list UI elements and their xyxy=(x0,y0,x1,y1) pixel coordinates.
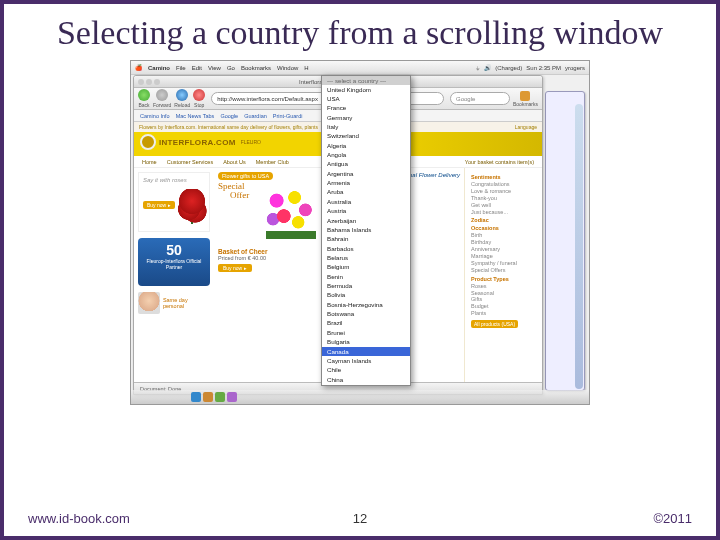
bookmark-item[interactable]: Google xyxy=(220,113,238,119)
sidebar-link[interactable]: Birth xyxy=(471,232,536,239)
forward-label: Forward xyxy=(153,102,171,108)
dropdown-option[interactable]: Cayman Islands xyxy=(322,356,410,365)
dropdown-option[interactable]: China xyxy=(322,375,410,384)
basket-status[interactable]: Your basket contains item(s) xyxy=(465,159,534,165)
forward-button[interactable]: Forward xyxy=(153,89,171,108)
dropdown-option[interactable]: Antigua xyxy=(322,160,410,169)
dropdown-option[interactable]: Barbados xyxy=(322,244,410,253)
menu-file[interactable]: File xyxy=(176,65,186,71)
bookmark-item[interactable]: Print-Guardi xyxy=(273,113,303,119)
dropdown-option[interactable]: France xyxy=(322,104,410,113)
dropdown-option[interactable]: Belgium xyxy=(322,263,410,272)
nav-about[interactable]: About Us xyxy=(223,159,246,165)
dropdown-option[interactable]: Bahrain xyxy=(322,235,410,244)
sidebar-link[interactable]: Love & romance xyxy=(471,188,536,195)
copyright: ©2011 xyxy=(654,511,693,526)
zoom-icon[interactable] xyxy=(154,79,160,85)
dropdown-option[interactable]: Bolivia xyxy=(322,291,410,300)
dropdown-option[interactable]: Germany xyxy=(322,113,410,122)
dropdown-option[interactable]: Bermuda xyxy=(322,282,410,291)
sidebar-link[interactable]: Sympathy / funeral xyxy=(471,260,536,267)
dropdown-option[interactable]: Bosnia-Herzegovina xyxy=(322,300,410,309)
sidebar-link[interactable]: Anniversary xyxy=(471,246,536,253)
flower-gifts-pill[interactable]: Flower gifts to USA xyxy=(218,172,273,180)
stop-label: Stop xyxy=(194,102,204,108)
apple-menu-icon[interactable]: 🍎 xyxy=(135,64,142,71)
buy-now-button[interactable]: Buy now ▸ xyxy=(218,264,252,272)
sidebar-link[interactable]: Marriage xyxy=(471,253,536,260)
dropdown-option[interactable]: Italy xyxy=(322,122,410,131)
sidebar-link[interactable]: Birthday xyxy=(471,239,536,246)
user-name[interactable]: yrogers xyxy=(565,65,585,71)
dropdown-option[interactable]: Bulgaria xyxy=(322,338,410,347)
dock-icon[interactable] xyxy=(203,392,213,402)
reload-label: Reload xyxy=(174,102,190,108)
dropdown-option[interactable]: Brazil xyxy=(322,319,410,328)
dropdown-option[interactable]: Algeria xyxy=(322,141,410,150)
dropdown-option[interactable]: Chile xyxy=(322,366,410,375)
sidebar-link[interactable]: Special Offers xyxy=(471,267,536,274)
nav-member-club[interactable]: Member Club xyxy=(256,159,289,165)
dropdown-option[interactable]: Bahama Islands xyxy=(322,225,410,234)
menu-edit[interactable]: Edit xyxy=(192,65,202,71)
language-link[interactable]: Language xyxy=(515,122,537,132)
dropdown-option[interactable]: Benin xyxy=(322,272,410,281)
dropdown-option[interactable]: Switzerland xyxy=(322,132,410,141)
sidebar-link[interactable]: Gifts xyxy=(471,296,536,303)
reload-button[interactable]: Reload xyxy=(174,89,190,108)
sidebar-link[interactable]: Seasonal xyxy=(471,290,536,297)
wifi-icon[interactable]: ⏚ xyxy=(476,65,480,71)
sidebar-link[interactable]: Congratulations xyxy=(471,181,536,188)
same-day-promo[interactable]: Same day personal xyxy=(138,292,210,314)
bookmark-item[interactable]: Camino Info xyxy=(140,113,170,119)
sidebar-link[interactable]: Just because... xyxy=(471,209,536,216)
right-sidebar: Sentiments Congratulations Love & romanc… xyxy=(464,168,542,392)
dropdown-option[interactable]: USA xyxy=(322,94,410,103)
bookmark-item[interactable]: Mac News Tabs xyxy=(176,113,215,119)
dock-icon[interactable] xyxy=(215,392,225,402)
dock[interactable] xyxy=(131,390,589,404)
sidebar-link[interactable]: Roses xyxy=(471,283,536,290)
buy-now-button[interactable]: Buy now ▸ xyxy=(143,201,175,209)
dropdown-option[interactable]: Austria xyxy=(322,207,410,216)
badge-number: 50 xyxy=(142,242,206,258)
dropdown-option[interactable]: Belarus xyxy=(322,253,410,262)
bookmarks-label: Bookmarks xyxy=(513,101,538,107)
country-select-dropdown[interactable]: --- select a country --- United KingdomU… xyxy=(321,75,411,386)
stop-button[interactable]: Stop xyxy=(193,89,205,108)
dropdown-option[interactable]: Angola xyxy=(322,151,410,160)
tagline: Flowers by Interflora.com. International… xyxy=(139,122,318,132)
sidebar-link[interactable]: Thank-you xyxy=(471,195,536,202)
dropdown-option[interactable]: Aruba xyxy=(322,188,410,197)
menu-help[interactable]: H xyxy=(304,65,308,71)
sidebar-link[interactable]: Budget xyxy=(471,303,536,310)
nav-customer-services[interactable]: Customer Services xyxy=(167,159,213,165)
minimize-icon[interactable] xyxy=(146,79,152,85)
dropdown-option[interactable]: Azerbaijan xyxy=(322,216,410,225)
dropdown-option[interactable]: Canada xyxy=(322,347,410,356)
menu-window[interactable]: Window xyxy=(277,65,298,71)
dropdown-option[interactable]: Armenia xyxy=(322,179,410,188)
dropdown-option[interactable]: Argentina xyxy=(322,169,410,178)
volume-icon[interactable]: 🔊 xyxy=(484,64,491,71)
sidebar-link[interactable]: Plants xyxy=(471,310,536,317)
scrollbar[interactable] xyxy=(575,104,583,389)
dropdown-option[interactable]: United Kingdom xyxy=(322,85,410,94)
dropdown-option[interactable]: Australia xyxy=(322,197,410,206)
menu-go[interactable]: Go xyxy=(227,65,235,71)
nav-home[interactable]: Home xyxy=(142,159,157,165)
dock-icon[interactable] xyxy=(191,392,201,402)
dropdown-option[interactable]: Botswana xyxy=(322,310,410,319)
dropdown-option[interactable]: Brunei xyxy=(322,328,410,337)
menu-view[interactable]: View xyxy=(208,65,221,71)
menubar-app[interactable]: Camino xyxy=(148,65,170,71)
close-icon[interactable] xyxy=(138,79,144,85)
bookmarks-button[interactable]: Bookmarks xyxy=(513,91,538,107)
menu-bookmarks[interactable]: Bookmarks xyxy=(241,65,271,71)
sidebar-link[interactable]: Get well xyxy=(471,202,536,209)
dock-icon[interactable] xyxy=(227,392,237,402)
bookmark-item[interactable]: Guardian xyxy=(244,113,267,119)
all-products-button[interactable]: All products (USA) xyxy=(471,320,518,328)
back-button[interactable]: Back xyxy=(138,89,150,108)
search-input[interactable]: Google xyxy=(450,92,510,105)
